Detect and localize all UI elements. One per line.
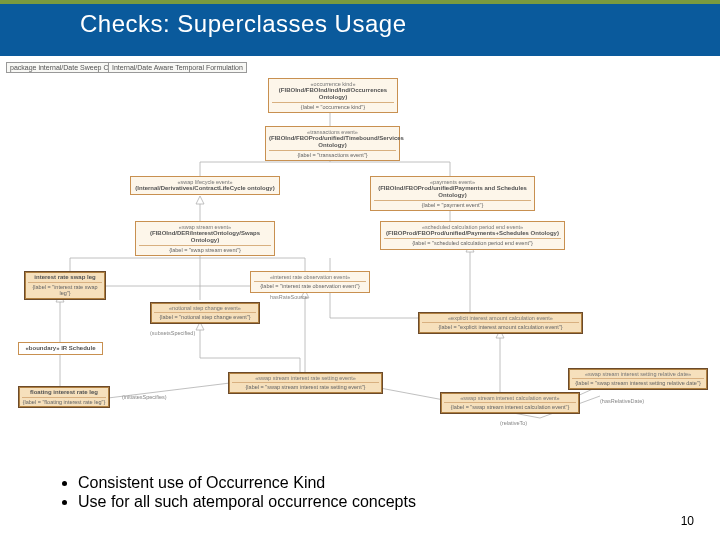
- node-name: (FIBOInd/FBOProd/unified/Timebound/Servi…: [269, 135, 396, 149]
- node-floating-leg: floating interest rate leg {label = "flo…: [18, 386, 110, 408]
- stereo: «swap stream interest rate setting event…: [232, 375, 379, 381]
- bullet-1: Consistent use of Occurrence Kind: [78, 474, 416, 492]
- slide-title: Checks: Superclasses Usage: [80, 10, 720, 38]
- node-transactions-event: «transactions event» (FIBOInd/FBOProd/un…: [265, 126, 400, 161]
- edge-label-subsets: (subsetsSpecified): [150, 330, 195, 336]
- node-attr: {label = "swap stream interest calculati…: [444, 402, 576, 410]
- package-label-2: Internal/Date Aware Temporal Formulation: [108, 62, 247, 73]
- stereo: «swap stream interest setting relative d…: [572, 371, 704, 377]
- title-bar: Checks: Superclasses Usage: [0, 4, 720, 56]
- node-attr: {label = "scheduled calculation period e…: [384, 238, 561, 246]
- svg-marker-5: [196, 196, 204, 204]
- node-scheduled-calc-event: «scheduled calculation period end event»…: [380, 221, 565, 250]
- node-name: (FIBOInd/FBOProd/unified/Payments and Sc…: [374, 185, 531, 199]
- edge-label-initiates: (initiatesSpecifies): [122, 394, 167, 400]
- node-name: (FIBOInd/DER/InterestOntology/Swaps Onto…: [139, 230, 271, 244]
- node-relative-date: «swap stream interest setting relative d…: [568, 368, 708, 390]
- page-number: 10: [681, 514, 694, 528]
- stereo: «swap stream interest calculation event»: [444, 395, 576, 401]
- node-name: (FIBOProd/FBOProd/unified/Payments+Sched…: [384, 230, 561, 237]
- bullet-list: Consistent use of Occurrence Kind Use fo…: [60, 474, 416, 512]
- node-attr: {label = "interest rate swap leg"}: [28, 282, 102, 297]
- node-attr: {label = "transactions event"}: [269, 150, 396, 158]
- edge-label-relto: (relativeTo): [500, 420, 527, 426]
- node-attr: {label = "swap stream interest rate sett…: [232, 382, 379, 390]
- node-explicit-calc-event: «explicit interest amount calculation ev…: [418, 312, 583, 334]
- node-attr: {label = "notional step change event"}: [154, 312, 256, 320]
- node-payments-event: «payments event» (FIBOInd/FBOProd/unifie…: [370, 176, 535, 211]
- node-name: (FIBOInd/FBOInd/ind/Ind/Occurrences Onto…: [272, 87, 394, 101]
- node-interest-rate-swap-leg: interest rate swap leg {label = "interes…: [24, 271, 106, 300]
- node-occurrence-kind: «occurrence kind» (FIBOInd/FBOInd/ind/In…: [268, 78, 398, 113]
- edge-label-relsrc: (hasRelativeDate): [600, 398, 644, 404]
- stereo: «explicit interest amount calculation ev…: [422, 315, 579, 321]
- node-attr: {label = "floating interest rate leg"}: [22, 397, 106, 405]
- node-setting-event: «swap stream interest rate setting event…: [228, 372, 383, 394]
- diagram-area: package internal/Date Sweep Ontology Int…: [0, 58, 720, 458]
- stereo: «notional step change event»: [154, 305, 256, 311]
- node-attr: {label = "swap stream event"}: [139, 245, 271, 253]
- node-attr: {label = "payment event"}: [374, 200, 531, 208]
- node-name: (Internal/Derivatives/ContractLifeCycle …: [134, 185, 276, 192]
- node-lifecycle-event: «swap lifecycle event» (Internal/Derivat…: [130, 176, 280, 195]
- node-attr: {label = "interest rate observation even…: [254, 281, 366, 289]
- node-attr: {label = "explicit interest amount calcu…: [422, 322, 579, 330]
- node-boundary: «boundary» IR Schedule: [18, 342, 103, 355]
- node-attr: {label = "occurrence kind"}: [272, 102, 394, 110]
- stereo: «interest rate observation event»: [254, 274, 366, 280]
- node-rate-observation-event: «interest rate observation event» {label…: [250, 271, 370, 293]
- node-name: floating interest rate leg: [22, 389, 106, 396]
- node-notional-step-event: «notional step change event» {label = "n…: [150, 302, 260, 324]
- edge-label-hasrate: hasRateSource: [270, 294, 308, 300]
- node-swap-stream-event: «swap stream event» (FIBOInd/DER/Interes…: [135, 221, 275, 256]
- node-attr: {label = "swap stream interest setting r…: [572, 378, 704, 386]
- node-calc-event: «swap stream interest calculation event»…: [440, 392, 580, 414]
- node-name: interest rate swap leg: [28, 274, 102, 281]
- node-name: «boundary» IR Schedule: [22, 345, 99, 352]
- bullet-2: Use for all such atemporal occurrence co…: [78, 493, 416, 511]
